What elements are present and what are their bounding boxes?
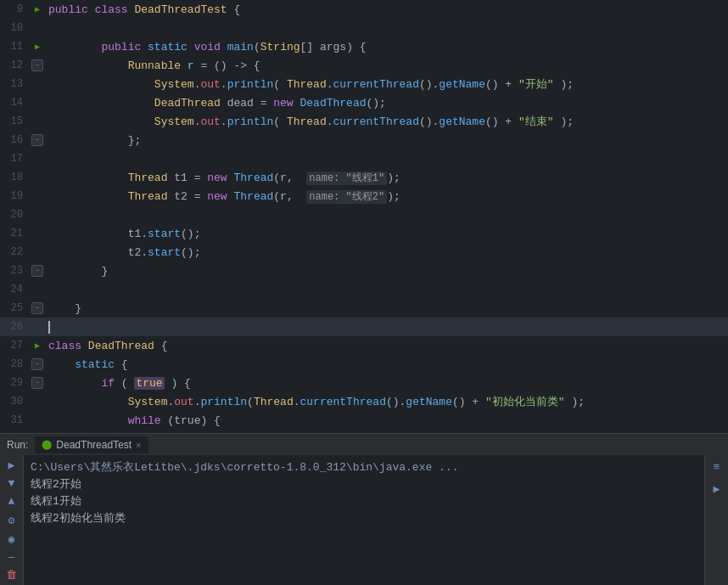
gutter-16[interactable]: − <box>30 134 45 146</box>
line-content-31: while (true) { <box>45 414 728 427</box>
line-num-18: 18 <box>0 172 30 183</box>
run-tab-close-btn[interactable]: × <box>136 440 141 450</box>
line-content-11: public static void main(String[] args) { <box>45 41 728 53</box>
line-content-15: System.out.println( Thread.currentThread… <box>45 114 728 129</box>
gutter-25[interactable]: − <box>30 302 45 314</box>
divider-btn: — <box>3 551 20 564</box>
console-output-line-3: 线程2初始化当前类 <box>31 509 697 526</box>
fold-btn-25[interactable]: − <box>31 302 43 314</box>
line-content-29: if ( true ) { <box>45 377 728 390</box>
line-num-14: 14 <box>0 97 30 109</box>
line-num-10: 10 <box>0 22 30 34</box>
code-line-31: 31 while (true) { <box>0 411 728 430</box>
fold-btn-16[interactable]: − <box>31 134 43 146</box>
right-menu-btn[interactable]: ≡ <box>708 458 725 475</box>
code-line-16: 16 − }; <box>0 131 728 149</box>
code-lines: 9 ▶ public class DeadThreadTest { 10 11 … <box>0 0 728 430</box>
console-output: C:\Users\其然乐衣Letitbe\.jdks\corretto-1.8.… <box>24 455 704 585</box>
code-line-15: 15 System.out.println( Thread.currentThr… <box>0 112 728 131</box>
right-toolbar: ≡ ▶ <box>704 455 728 585</box>
fold-btn-23[interactable]: − <box>31 265 43 277</box>
code-line-19: 19 Thread t2 = new Thread(r, name: "线程2"… <box>0 187 728 205</box>
code-line-17: 17 <box>0 149 728 168</box>
line-num-27: 27 <box>0 340 30 352</box>
line-num-29: 29 <box>0 377 30 389</box>
run-btn[interactable]: ▶ <box>3 458 20 472</box>
code-line-23: 23 − } <box>0 262 728 280</box>
console-command: C:\Users\其然乐衣Letitbe\.jdks\corretto-1.8.… <box>31 459 458 475</box>
line-num-19: 19 <box>0 190 30 202</box>
line-content-13: System.out.println( Thread.currentThread… <box>45 76 728 92</box>
fold-arrow-27[interactable]: ▶ <box>35 340 40 351</box>
scroll-up-btn[interactable]: ▲ <box>3 495 20 508</box>
code-line-12: 12 − Runnable r = () -> { <box>0 56 728 75</box>
code-line-10: 10 <box>0 19 728 37</box>
output-text-2: 线程1开始 <box>31 493 81 509</box>
line-content-9: public class DeadThreadTest { <box>45 3 728 16</box>
console-toolbar: ▶ ▼ ▲ ⚙ ◉ — 🗑 <box>0 455 24 585</box>
fold-btn-28[interactable]: − <box>31 358 43 370</box>
fold-btn-29[interactable]: − <box>31 377 43 389</box>
line-num-24: 24 <box>0 284 30 295</box>
fold-arrow-9[interactable]: ▶ <box>35 4 40 14</box>
run-bar: Run: ⬤ DeadThreadTest × <box>0 433 728 455</box>
line-num-20: 20 <box>0 209 30 221</box>
output-text-3: 线程2初始化当前类 <box>31 510 126 526</box>
code-line-22: 22 t2.start(); <box>0 243 728 262</box>
run-label: Run: <box>7 439 28 451</box>
scroll-down-btn[interactable]: ▼ <box>3 477 20 490</box>
gutter-27[interactable]: ▶ <box>30 340 45 351</box>
line-content-14: DeadThread dead = new DeadThread(); <box>45 97 728 110</box>
fold-arrow-11[interactable]: ▶ <box>35 42 40 52</box>
line-content-23: } <box>45 265 728 278</box>
line-content-27: class DeadThread { <box>45 340 728 352</box>
line-num-15: 15 <box>0 115 30 127</box>
line-content-12: Runnable r = () -> { <box>45 59 728 72</box>
line-content-25: } <box>45 302 728 315</box>
delete-btn[interactable]: 🗑 <box>3 569 20 582</box>
line-num-13: 13 <box>0 78 30 90</box>
line-num-26: 26 <box>0 321 30 333</box>
gutter-9[interactable]: ▶ <box>30 4 45 14</box>
code-line-24: 24 <box>0 280 728 299</box>
console-output-line-1: 线程2开始 <box>31 475 697 492</box>
output-text-1: 线程2开始 <box>31 476 81 492</box>
console-area: ▶ ▼ ▲ ⚙ ◉ — 🗑 C:\Users\其然乐衣Letitbe\.jdks… <box>0 455 728 585</box>
line-num-28: 28 <box>0 358 30 370</box>
screenshot-btn[interactable]: ◉ <box>3 532 20 546</box>
gutter-23[interactable]: − <box>30 265 45 277</box>
gutter-11[interactable]: ▶ <box>30 42 45 52</box>
line-num-17: 17 <box>0 153 30 165</box>
settings-btn[interactable]: ⚙ <box>3 514 20 527</box>
code-line-26: 26 <box>0 318 728 336</box>
line-content-19: Thread t2 = new Thread(r, name: "线程2"); <box>45 189 728 204</box>
fold-btn-12[interactable]: − <box>31 59 43 71</box>
line-num-11: 11 <box>0 41 30 53</box>
code-line-20: 20 <box>0 205 728 224</box>
line-content-30: System.out.println(Thread.currentThread(… <box>45 394 728 409</box>
line-content-16: }; <box>45 134 728 147</box>
gutter-28[interactable]: − <box>30 358 45 370</box>
console-command-line: C:\Users\其然乐衣Letitbe\.jdks\corretto-1.8.… <box>31 458 697 475</box>
line-num-31: 31 <box>0 414 30 426</box>
run-tab-icon: ⬤ <box>42 439 52 450</box>
line-content-21: t1.start(); <box>45 228 728 240</box>
gutter-12[interactable]: − <box>30 59 45 71</box>
right-run-btn[interactable]: ▶ <box>708 481 725 498</box>
code-line-14: 14 DeadThread dead = new DeadThread(); <box>0 93 728 112</box>
line-num-22: 22 <box>0 246 30 258</box>
run-tab[interactable]: ⬤ DeadThreadTest × <box>35 436 148 453</box>
line-content-18: Thread t1 = new Thread(r, name: "线程1"); <box>45 171 728 185</box>
code-line-25: 25 − } <box>0 299 728 318</box>
code-line-29: 29 − if ( true ) { <box>0 374 728 392</box>
code-line-9: 9 ▶ public class DeadThreadTest { <box>0 0 728 19</box>
line-num-21: 21 <box>0 228 30 239</box>
code-line-13: 13 System.out.println( Thread.currentThr… <box>0 75 728 93</box>
line-num-25: 25 <box>0 302 30 314</box>
code-line-11: 11 ▶ public static void main(String[] ar… <box>0 37 728 56</box>
line-num-23: 23 <box>0 265 30 277</box>
line-content-26 <box>45 320 728 333</box>
line-num-16: 16 <box>0 134 30 146</box>
code-line-28: 28 − static { <box>0 355 728 374</box>
gutter-29[interactable]: − <box>30 377 45 389</box>
